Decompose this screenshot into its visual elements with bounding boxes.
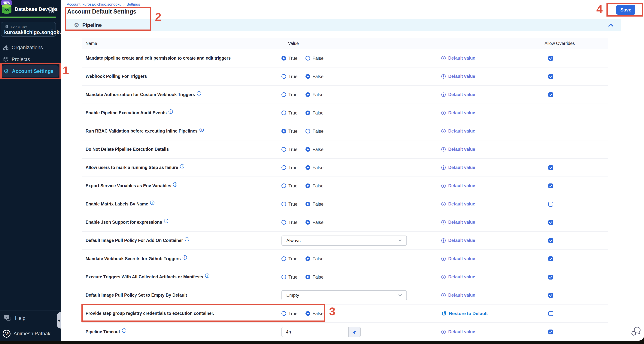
timeout-input[interactable]: 4h [282, 327, 349, 337]
default-value-link[interactable]: iDefault value [441, 147, 544, 152]
radio-false[interactable] [306, 184, 310, 188]
radio-true[interactable] [282, 165, 286, 170]
radio-true[interactable] [282, 220, 286, 225]
radio-label[interactable]: False [312, 311, 324, 316]
allow-overrides-checkbox[interactable] [548, 311, 553, 316]
radio-label[interactable]: True [288, 129, 298, 134]
info-icon[interactable]: i [164, 219, 168, 223]
default-value-link[interactable]: iDefault value [441, 220, 544, 225]
radio-label[interactable]: False [312, 256, 324, 261]
default-value-link[interactable]: iDefault value [441, 329, 544, 334]
allow-overrides-checkbox[interactable] [548, 329, 553, 334]
info-icon[interactable]: i [200, 128, 204, 132]
radio-label[interactable]: True [288, 165, 298, 170]
restore-to-default-link[interactable]: ↺Restore to Default [441, 310, 544, 317]
radio-label[interactable]: False [312, 183, 324, 189]
radio-false[interactable] [306, 202, 310, 206]
allow-overrides-checkbox[interactable] [548, 56, 553, 61]
app-grid-icon[interactable] [48, 7, 54, 14]
allow-overrides-checkbox[interactable] [548, 92, 553, 97]
sidebar-collapse-handle[interactable]: ◀ [57, 312, 61, 328]
info-icon[interactable]: i [180, 164, 184, 168]
radio-true[interactable] [282, 56, 286, 61]
info-icon[interactable]: i [150, 201, 154, 205]
radio-label[interactable]: False [312, 110, 324, 116]
radio-true[interactable] [282, 311, 286, 316]
default-value-link[interactable]: iDefault value [441, 56, 544, 61]
radio-true[interactable] [282, 110, 286, 115]
radio-true[interactable] [282, 202, 286, 206]
radio-false[interactable] [306, 256, 310, 261]
feedback-chat-icon[interactable] [631, 326, 641, 339]
radio-false[interactable] [306, 147, 310, 152]
radio-label[interactable]: True [288, 256, 298, 261]
default-value-link[interactable]: iDefault value [441, 92, 544, 97]
radio-label[interactable]: True [288, 56, 298, 61]
radio-label[interactable]: True [288, 92, 298, 97]
radio-true[interactable] [282, 147, 286, 152]
allow-overrides-checkbox[interactable] [548, 275, 553, 279]
radio-false[interactable] [306, 220, 310, 225]
default-value-link[interactable]: iDefault value [441, 202, 544, 207]
radio-label[interactable]: False [312, 92, 324, 97]
allow-overrides-checkbox[interactable] [548, 238, 553, 243]
sidebar-item-projects[interactable]: Projects [0, 54, 61, 65]
radio-label[interactable]: False [312, 202, 324, 207]
save-button[interactable]: Save [616, 5, 635, 15]
breadcrumb-account-link[interactable]: Account: kurosakiichigo.songoku [67, 2, 122, 7]
radio-true[interactable] [282, 74, 286, 79]
allow-overrides-checkbox[interactable] [548, 220, 553, 225]
radio-false[interactable] [306, 92, 310, 97]
info-icon[interactable]: i [185, 237, 189, 241]
radio-label[interactable]: True [288, 220, 298, 225]
sidebar-item-account-settings[interactable]: ⚙ Account Settings [2, 65, 58, 77]
sidebar-item-organizations[interactable]: Organizations [0, 42, 61, 54]
radio-label[interactable]: False [312, 165, 324, 170]
default-value-link[interactable]: iDefault value [441, 238, 544, 243]
default-value-link[interactable]: iDefault value [441, 74, 544, 79]
default-value-link[interactable]: iDefault value [441, 129, 544, 134]
info-icon[interactable]: i [205, 273, 210, 278]
allow-overrides-checkbox[interactable] [548, 293, 553, 298]
radio-false[interactable] [306, 56, 310, 61]
radio-label[interactable]: True [288, 147, 298, 152]
info-icon[interactable]: i [168, 109, 173, 114]
radio-true[interactable] [282, 275, 286, 279]
default-value-link[interactable]: iDefault value [441, 183, 544, 188]
radio-label[interactable]: False [312, 220, 324, 225]
allow-overrides-checkbox[interactable] [548, 165, 553, 170]
radio-false[interactable] [306, 74, 310, 79]
radio-label[interactable]: False [312, 56, 324, 61]
radio-true[interactable] [282, 256, 286, 261]
allow-overrides-checkbox[interactable] [548, 184, 553, 188]
default-value-link[interactable]: iDefault value [441, 256, 544, 261]
radio-label[interactable]: True [288, 202, 298, 207]
radio-false[interactable] [306, 110, 310, 115]
radio-label[interactable]: False [312, 147, 324, 152]
radio-false[interactable] [306, 165, 310, 170]
radio-true[interactable] [282, 129, 286, 133]
default-value-link[interactable]: iDefault value [441, 274, 544, 279]
default-value-link[interactable]: iDefault value [441, 110, 544, 115]
default-value-link[interactable]: iDefault value [441, 293, 544, 298]
info-icon[interactable]: i [182, 255, 187, 260]
info-icon[interactable]: i [197, 91, 201, 95]
radio-label[interactable]: False [312, 129, 324, 134]
radio-label[interactable]: True [288, 183, 298, 189]
pin-button[interactable] [349, 327, 361, 337]
radio-label[interactable]: True [288, 110, 298, 116]
radio-true[interactable] [282, 92, 286, 97]
allow-overrides-checkbox[interactable] [548, 256, 553, 261]
allow-overrides-checkbox[interactable] [548, 74, 553, 79]
breadcrumb-settings-link[interactable]: Settings [126, 2, 140, 7]
default-value-link[interactable]: iDefault value [441, 165, 544, 170]
info-icon[interactable]: i [173, 182, 177, 187]
chevron-up-icon[interactable] [608, 23, 614, 27]
radio-false[interactable] [306, 311, 310, 316]
radio-label[interactable]: False [312, 274, 324, 280]
radio-label[interactable]: False [312, 74, 324, 79]
radio-label[interactable]: True [288, 74, 298, 79]
radio-false[interactable] [306, 275, 310, 279]
radio-false[interactable] [306, 129, 310, 133]
help-button[interactable]: ? Help [4, 314, 26, 322]
